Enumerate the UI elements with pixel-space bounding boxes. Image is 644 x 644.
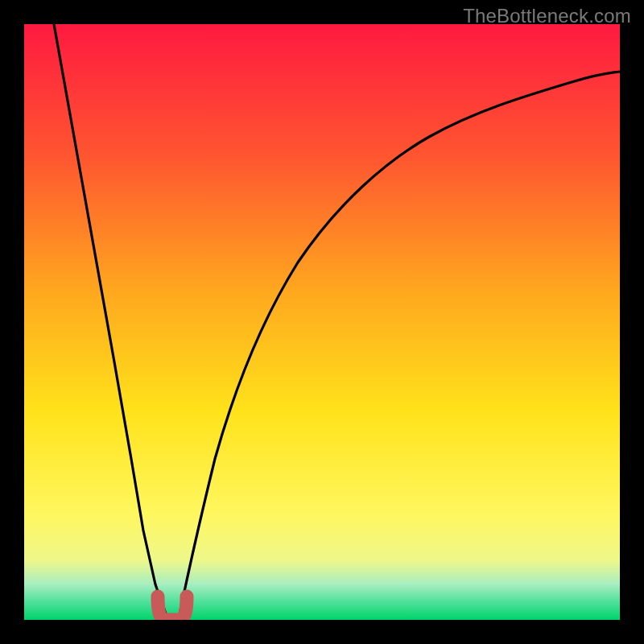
dip-marker [24, 24, 620, 620]
plot-area [24, 24, 620, 620]
watermark-label: TheBottleneck.com [463, 5, 631, 27]
outer-frame: TheBottleneck.com [0, 0, 644, 644]
